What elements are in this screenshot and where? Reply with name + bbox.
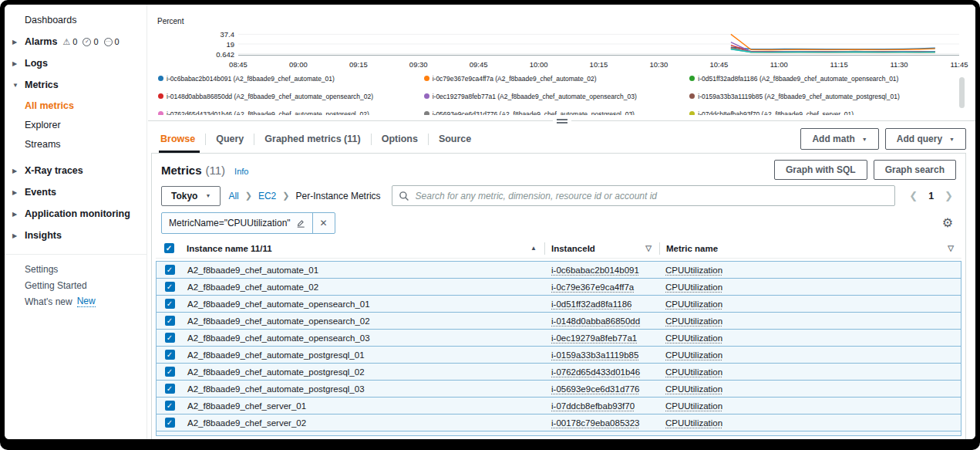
tab-browse[interactable]: Browse (159, 125, 203, 153)
legend-item[interactable]: i-0148d0abba86850dd (A2_f8baade9_chef_au… (158, 92, 418, 100)
metric-name-value[interactable]: CPUUtilization (665, 299, 722, 309)
line-chart[interactable] (238, 26, 959, 60)
metric-name-value[interactable]: CPUUtilization (665, 418, 722, 428)
info-link[interactable]: Info (234, 167, 248, 176)
row-checkbox[interactable]: ✓ (165, 265, 175, 275)
tab-separator (371, 134, 372, 145)
previous-page-icon[interactable]: ❮ (909, 190, 918, 201)
cloudwatch-console: Dashboards▶Alarms⚠0✓0⋯0▶Logs▼MetricsAll … (5, 5, 975, 439)
metric-name-value[interactable]: CPUUtilization (665, 316, 722, 326)
column-filter-icon[interactable]: ▽ (948, 244, 954, 252)
graph-with-sql-button[interactable]: Graph with SQL (774, 160, 867, 180)
sort-ascending-icon[interactable]: ▲ (530, 245, 537, 252)
sidebar-item-explorer[interactable]: Explorer (5, 115, 146, 134)
legend-item[interactable]: i-0c79e367e9ca4ff7a (A2_f8baade9_chef_au… (424, 74, 684, 83)
column-filter-icon[interactable]: ▽ (645, 244, 652, 252)
row-checkbox[interactable]: ✓ (165, 333, 175, 343)
metric-name-value[interactable]: CPUUtilization (665, 333, 722, 343)
instance-id-value[interactable]: i-00178c79eba085323 (551, 418, 639, 428)
legend-item[interactable]: i-0c6babac2b014b091 (A2_f8baade9_chef_au… (158, 74, 418, 83)
instance-id-value[interactable]: i-0148d0abba86850dd (551, 316, 640, 326)
table-row[interactable]: ✓A2_f8baade9_chef_automate_postgresql_01… (156, 346, 961, 364)
table-row[interactable]: ✓A2_f8baade9_chef_automate_opensearch_03… (156, 329, 961, 347)
row-checkbox[interactable]: ✓ (165, 401, 175, 411)
select-all-checkbox[interactable]: ✓ (164, 243, 174, 253)
x-tick-label: 10:30 (650, 60, 668, 69)
instance-id-value[interactable]: i-05693e9ce6d31d776 (551, 384, 639, 394)
table-row[interactable]: ✓A2_f8baade9_chef_automate_opensearch_01… (156, 295, 961, 313)
table-row[interactable]: ✓A2_f8baade9_chef_automate_opensearch_02… (156, 312, 961, 330)
sidebar-item-streams[interactable]: Streams (5, 134, 146, 154)
metric-name-value[interactable]: CPUUtilization (665, 266, 722, 275)
resize-handle-icon[interactable] (553, 117, 571, 125)
instance-id-value[interactable]: i-0762d65d433d01b46 (551, 367, 640, 377)
sidebar-item-events[interactable]: ▶Events (5, 181, 146, 203)
column-header-instance-name[interactable]: Instance name 11/11 (187, 244, 272, 253)
legend-item[interactable]: i-05693e9ce6d31d776 (A2_f8baade9_chef_au… (424, 110, 684, 115)
table-row[interactable]: ✓A2_f8baade9_chef_automate_postgresql_02… (156, 363, 961, 381)
sidebar-item-insights[interactable]: ▶Insights (5, 225, 146, 246)
sidebar-item-alarms[interactable]: ▶Alarms⚠0✓0⋯0 (5, 31, 146, 52)
legend-item[interactable]: i-07ddcb8efbab93f70 (A2_f8baade9_chef_se… (689, 110, 949, 115)
tab-graphed-metrics-11[interactable]: Graphed metrics (11) (257, 125, 368, 153)
breadcrumb-ec2[interactable]: EC2 (258, 191, 276, 201)
instance-id-value[interactable]: i-0d51ff32ad8fa1186 (551, 299, 631, 309)
metric-name-value[interactable]: CPUUtilization (665, 283, 722, 292)
sidebar-item-application-monitoring[interactable]: ▶Application monitoring (5, 203, 146, 225)
legend-item[interactable]: i-0d51ff32ad8fa1186 (A2_f8baade9_chef_au… (689, 74, 949, 83)
series-line-A2_f8baade9_chef_automate_01[interactable] (731, 47, 935, 49)
row-checkbox[interactable]: ✓ (165, 350, 175, 360)
table-row[interactable]: ✓A2_f8baade9_chef_automate_postgresql_03… (156, 380, 961, 398)
legend-item[interactable]: i-0159a33b3a1119b85 (A2_f8baade9_chef_au… (689, 92, 949, 100)
sidebar-item-getting-started[interactable]: Getting Started (5, 277, 146, 293)
row-checkbox[interactable]: ✓ (165, 367, 175, 377)
instance-id-value[interactable]: i-0c79e367e9ca4ff7a (551, 283, 634, 292)
row-checkbox[interactable]: ✓ (165, 316, 175, 326)
breadcrumb-all[interactable]: All (228, 191, 238, 201)
tab-options[interactable]: Options (374, 125, 426, 153)
next-page-icon[interactable]: ❯ (945, 190, 953, 201)
graph-search-button[interactable]: Graph search (874, 160, 956, 180)
add-math-button[interactable]: Add math ▼ (800, 128, 878, 150)
metric-name-value[interactable]: CPUUtilization (665, 401, 722, 411)
sidebar-item-logs[interactable]: ▶Logs (5, 52, 146, 74)
table-row-clipped[interactable] (156, 431, 961, 436)
metric-name-value[interactable]: CPUUtilization (665, 367, 722, 377)
instance-id-value[interactable]: i-0ec19279a8feb77a1 (551, 333, 637, 343)
instance-id-value[interactable]: i-07ddcb8efbab93f70 (551, 401, 635, 411)
sidebar-item-dashboards[interactable]: Dashboards (5, 9, 146, 31)
column-header-metric-name[interactable]: Metric name (666, 244, 718, 253)
instance-id-value[interactable]: i-0159a33b3a1119b85 (551, 350, 638, 360)
table-row[interactable]: ✓A2_f8baade9_chef_automate_02i-0c79e367e… (156, 278, 961, 296)
legend-item[interactable]: i-0ec19279a8feb77a1 (A2_f8baade9_chef_au… (424, 92, 684, 100)
remove-filter-icon[interactable]: ✕ (312, 213, 335, 233)
metric-name-value[interactable]: CPUUtilization (665, 384, 722, 394)
sidebar-item-settings[interactable]: Settings (5, 261, 146, 277)
series-line-A2_f8baade9_chef_automate_02[interactable] (731, 34, 935, 49)
table-row[interactable]: ✓A2_f8baade9_chef_server_02i-00178c79eba… (156, 414, 961, 431)
legend-item[interactable]: i-0762d65d433d01b46 (A2_f8baade9_chef_au… (158, 110, 418, 115)
settings-gear-icon[interactable]: ⚙ (942, 217, 953, 229)
region-dropdown[interactable]: Tokyo ▼ (161, 186, 221, 206)
add-query-button[interactable]: Add query ▼ (885, 128, 966, 150)
metric-search-input[interactable] (392, 185, 896, 206)
table-row[interactable]: ✓A2_f8baade9_chef_server_01i-07ddcb8efba… (156, 397, 961, 414)
row-checkbox[interactable]: ✓ (165, 384, 175, 394)
row-checkbox[interactable]: ✓ (165, 418, 175, 428)
edit-pencil-icon[interactable] (296, 218, 305, 228)
row-checkbox[interactable]: ✓ (165, 299, 175, 309)
row-checkbox[interactable]: ✓ (165, 282, 175, 292)
sidebar-item-whats-new[interactable]: What's newNew (5, 293, 146, 310)
series-line-A2_f8baade9_chef_automate_opensearch_03[interactable] (731, 42, 935, 52)
table-row[interactable]: ✓A2_f8baade9_chef_automate_01i-0c6babac2… (156, 261, 961, 279)
sidebar-item-x-ray-traces[interactable]: ▶X-Ray traces (5, 160, 146, 181)
column-header-instance-id[interactable]: InstanceId (551, 244, 595, 253)
vertical-scrollbar-thumb[interactable] (959, 77, 965, 108)
tab-source[interactable]: Source (431, 125, 479, 153)
tab-query[interactable]: Query (208, 125, 251, 153)
sidebar-item-metrics[interactable]: ▼Metrics (5, 74, 146, 96)
instance-id-value[interactable]: i-0c6babac2b014b091 (551, 266, 639, 275)
sidebar-item-all-metrics[interactable]: All metrics (5, 96, 146, 115)
metric-name-value[interactable]: CPUUtilization (665, 350, 722, 360)
new-badge[interactable]: New (77, 296, 96, 307)
